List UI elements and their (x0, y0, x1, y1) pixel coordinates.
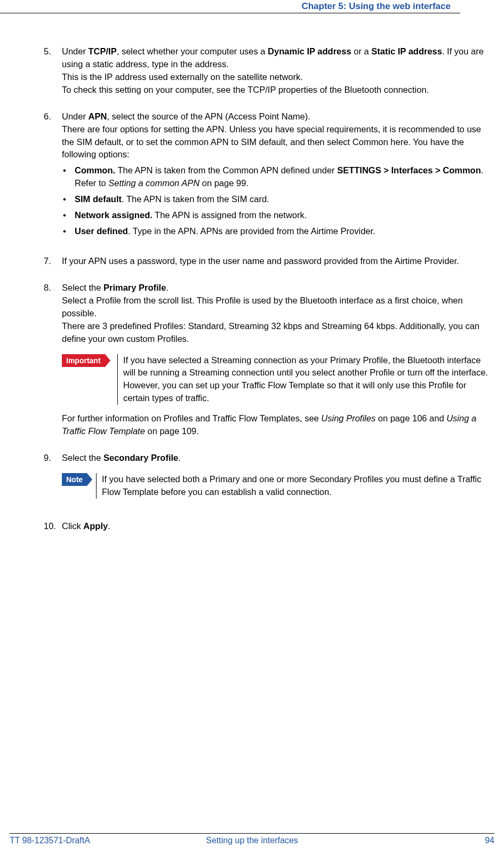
step-number: 10. (44, 520, 62, 533)
footer-page-number: 94 (333, 836, 494, 845)
step-list: 5. Under TCP/IP, select whether your com… (44, 45, 494, 533)
text: Under (62, 46, 89, 56)
bullet-body: Network assigned. The APN is assigned fr… (75, 209, 494, 222)
text: . (166, 283, 169, 292)
step-number: 9. (44, 452, 62, 506)
bold: APN (89, 111, 107, 121)
italic: Setting a common APN (108, 178, 199, 188)
callout-text: If you have selected a Streaming connect… (117, 354, 494, 405)
page-footer: TT 98-123571-DraftA Setting up the inter… (0, 833, 504, 845)
step-number: 6. (44, 110, 62, 241)
footer-row: TT 98-123571-DraftA Setting up the inter… (10, 836, 494, 845)
bullet-item: •Network assigned. The APN is assigned f… (62, 209, 494, 222)
step-body: Select the Primary Profile. Select a Pro… (62, 282, 494, 438)
step-10: 10. Click Apply. (44, 520, 494, 533)
bullet-item: •SIM default. The APN is taken from the … (62, 193, 494, 206)
bullet-body: Common. The APN is taken from the Common… (75, 164, 494, 190)
important-callout: Important If you have selected a Streami… (62, 354, 494, 405)
bullet-icon: • (62, 225, 75, 238)
text: on page 109. (145, 426, 199, 436)
text: This is the IP address used externally o… (62, 72, 303, 82)
text: Select a Profile from the scroll list. T… (62, 295, 463, 318)
text: There are four options for setting the A… (62, 124, 481, 159)
bold: SETTINGS > Interfaces > Common (337, 165, 481, 175)
step-7: 7. If your APN uses a password, type in … (44, 255, 494, 268)
step-body: Under APN, select the source of the APN … (62, 110, 494, 241)
bullet-list: •Common. The APN is taken from the Commo… (62, 164, 494, 238)
step-5: 5. Under TCP/IP, select whether your com… (44, 45, 494, 97)
bold: Apply (83, 521, 108, 531)
bullet-icon: • (62, 209, 75, 222)
bullet-item: •User defined. Type in the APN. APNs are… (62, 225, 494, 238)
text: The APN is taken from the Common APN def… (115, 165, 337, 175)
footer-section: Setting up the interfaces (171, 836, 333, 845)
step-body: Under TCP/IP, select whether your comput… (62, 45, 494, 97)
bold: Dynamic IP address (268, 46, 351, 56)
note-label: Note (62, 473, 87, 486)
bold: Common. (75, 165, 115, 175)
text: There are 3 predefined Profiles: Standar… (62, 321, 479, 343)
text: , select the source of the APN (Access P… (107, 111, 310, 121)
step-body: If your APN uses a password, type in the… (62, 255, 494, 268)
bold: Secondary Profile (103, 453, 178, 462)
step-6: 6. Under APN, select the source of the A… (44, 110, 494, 241)
text: For further information on Profiles and … (62, 413, 321, 423)
bold: Network assigned. (75, 210, 153, 220)
step-body: Click Apply. (62, 520, 494, 533)
page-body: 5. Under TCP/IP, select whether your com… (0, 45, 504, 533)
text: The APN is assigned from the network. (153, 210, 307, 220)
step-9: 9. Select the Secondary Profile. Note If… (44, 452, 494, 506)
bold: User defined (75, 226, 128, 236)
step-number: 5. (44, 45, 62, 97)
text: To check this setting on your computer, … (62, 85, 429, 94)
text: . (178, 453, 181, 462)
callout-label-wrap: Note (62, 473, 96, 499)
bullet-icon: • (62, 193, 75, 206)
step-number: 7. (44, 255, 62, 268)
italic: Using Profiles (321, 413, 375, 423)
step-number: 8. (44, 282, 62, 438)
callout-label-wrap: Important (62, 354, 117, 405)
note-callout: Note If you have selected both a Primary… (62, 473, 494, 499)
bullet-item: •Common. The APN is taken from the Commo… (62, 164, 494, 190)
text: Select the (62, 283, 103, 292)
footer-rule (10, 833, 494, 834)
step-8: 8. Select the Primary Profile. Select a … (44, 282, 494, 438)
text: . Type in the APN. APNs are provided fro… (128, 226, 375, 236)
bold: SIM default (75, 194, 122, 204)
text: , select whether your computer uses a (117, 46, 268, 56)
callout-text: If you have selected both a Primary and … (96, 473, 494, 499)
bullet-body: User defined. Type in the APN. APNs are … (75, 225, 494, 238)
text: . (108, 521, 110, 531)
important-label: Important (62, 354, 105, 367)
text: Select the (62, 453, 103, 462)
text: . The APN is taken from the SIM card. (122, 194, 269, 204)
bullet-body: SIM default. The APN is taken from the S… (75, 193, 494, 206)
text: on page 99. (199, 178, 249, 188)
bold: Static IP address (371, 46, 442, 56)
step-body: Select the Secondary Profile. Note If yo… (62, 452, 494, 506)
bullet-icon: • (62, 164, 75, 190)
bold: Primary Profile (103, 283, 166, 292)
page-header: Chapter 5: Using the web interface (0, 0, 460, 13)
footer-doc-id: TT 98-123571-DraftA (10, 836, 171, 845)
text: or a (351, 46, 372, 56)
text: Click (62, 521, 83, 531)
text: If your APN uses a password, type in the… (62, 256, 459, 266)
bold: TCP/IP (89, 46, 117, 56)
text: Under (62, 111, 89, 121)
text: on page 106 and (375, 413, 446, 423)
